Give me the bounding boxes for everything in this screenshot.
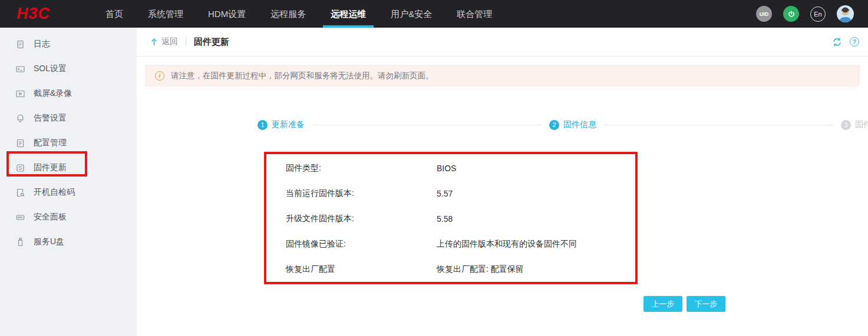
header-divider — [186, 37, 186, 46]
next-step-button[interactable]: 下一步 — [687, 296, 725, 312]
nav-item-system-mgmt[interactable]: 系统管理 — [136, 0, 196, 28]
language-button[interactable]: En — [810, 6, 826, 22]
navbar-right-tools: UID En — [756, 5, 854, 22]
step-2-circle: 2 — [549, 120, 559, 130]
main-nav: 首页 系统管理 HDM设置 远程服务 远程运维 用户&安全 联合管理 — [93, 0, 504, 28]
fw-row-factory-restore: 恢复出厂配置 恢复出厂配置: 配置保留 — [286, 257, 635, 282]
avatar-image — [837, 5, 854, 22]
sidebar-item-service-usb[interactable]: 服务U盘 — [0, 229, 137, 254]
page-title: 固件更新 — [194, 36, 229, 48]
screen-record-icon — [15, 89, 25, 99]
wizard-actions: 上一步 下一步 — [643, 296, 725, 312]
sidebar-item-security-panel[interactable]: 安全面板 — [0, 205, 137, 229]
nav-item-user-security[interactable]: 用户&安全 — [378, 0, 444, 28]
firmware-info-panel-red-annotation: 固件类型: BIOS 当前运行固件版本: 5.57 升级文件固件版本: 5.58… — [264, 152, 638, 284]
step-1-circle: 1 — [258, 120, 268, 130]
step-connector — [605, 125, 833, 125]
notice-text: 请注意，在固件更新过程中，部分网页和服务将无法使用。请勿刷新页面。 — [171, 71, 434, 81]
step-firmware-update: 3 固件更新 — [841, 119, 868, 130]
uid-led-button[interactable]: UID — [756, 6, 772, 22]
step-indicator: 1 更新准备 2 固件信息 3 固件更新 — [258, 119, 868, 130]
notice-bar: i 请注意，在固件更新过程中，部分网页和服务将无法使用。请勿刷新页面。 — [145, 65, 860, 87]
h3c-logo: H3C — [16, 5, 71, 23]
step-firmware-info: 2 固件信息 — [549, 119, 596, 130]
alarm-bell-icon — [15, 114, 25, 124]
main-content: 返回 固件更新 ? i 请注意，在固件更新过程中，部分网页和服务将无法使用。请勿… — [137, 28, 868, 336]
sidebar-item-alarm-settings[interactable]: 告警设置 — [0, 106, 137, 131]
top-navbar: H3C 首页 系统管理 HDM设置 远程服务 远程运维 用户&安全 联合管理 U… — [0, 0, 868, 28]
user-avatar[interactable] — [837, 5, 854, 22]
fw-row-image-verified: 固件镜像已验证: 上传的固件版本和现有的设备固件不同 — [286, 231, 635, 257]
sol-console-icon — [15, 64, 25, 74]
sidebar: 日志 SOL设置 截屏&录像 — [0, 28, 137, 336]
sidebar-item-screen-record[interactable]: 截屏&录像 — [0, 81, 137, 106]
fw-row-type: 固件类型: BIOS — [286, 155, 635, 181]
nav-item-remote-ops[interactable]: 远程运维 — [318, 0, 378, 28]
power-button[interactable] — [783, 6, 799, 22]
firmware-update-icon — [15, 163, 25, 173]
log-icon — [15, 39, 25, 49]
step-3-circle: 3 — [841, 120, 851, 130]
nav-item-federated-mgmt[interactable]: 联合管理 — [444, 0, 504, 28]
sidebar-item-log[interactable]: 日志 — [0, 32, 137, 56]
config-file-icon — [15, 138, 25, 148]
power-icon — [787, 10, 796, 18]
nav-item-hdm-settings[interactable]: HDM设置 — [196, 0, 258, 28]
content-header: 返回 固件更新 ? — [137, 28, 868, 56]
sidebar-item-post-code[interactable]: 开机自检码 — [0, 180, 137, 205]
sidebar-item-sol-settings[interactable]: SOL设置 — [0, 56, 137, 81]
nav-item-remote-service[interactable]: 远程服务 — [258, 0, 318, 28]
sidebar-item-config-mgmt[interactable]: 配置管理 — [0, 131, 137, 155]
refresh-icon[interactable] — [832, 37, 842, 47]
back-arrow-icon — [150, 38, 158, 46]
nav-item-home[interactable]: 首页 — [93, 0, 136, 28]
step-update-prepare: 1 更新准备 — [258, 119, 305, 130]
usb-drive-icon — [15, 237, 25, 247]
post-code-icon — [15, 188, 25, 198]
back-button[interactable]: 返回 — [150, 36, 178, 47]
sidebar-item-firmware-update[interactable]: 固件更新 — [0, 155, 137, 180]
help-icon[interactable]: ? — [850, 37, 859, 46]
step-connector — [313, 125, 541, 125]
info-icon: i — [155, 71, 164, 81]
security-panel-icon — [15, 212, 25, 222]
previous-step-button[interactable]: 上一步 — [643, 296, 682, 312]
fw-row-upgrade-version: 升级文件固件版本: 5.58 — [286, 206, 635, 231]
fw-row-current-version: 当前运行固件版本: 5.57 — [286, 181, 635, 206]
